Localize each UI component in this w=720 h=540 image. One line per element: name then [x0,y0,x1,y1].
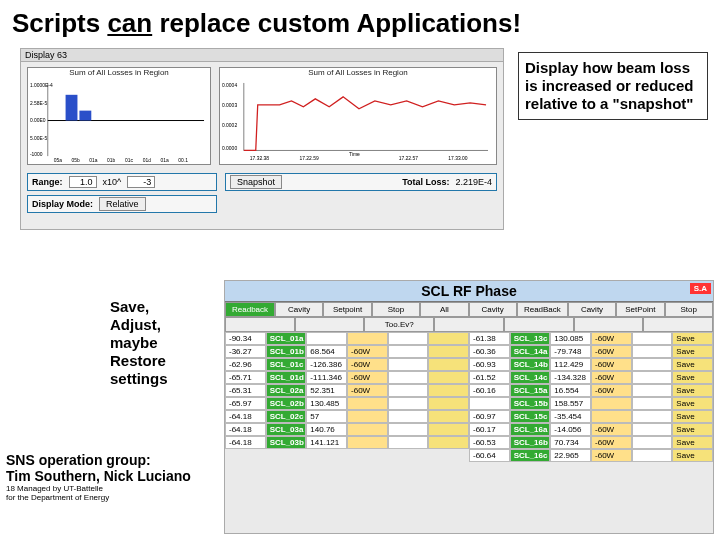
cell-save[interactable] [428,410,469,423]
cell-sub[interactable] [632,410,673,423]
svg-text:0.0002: 0.0002 [222,123,237,128]
table-row: SCL_15b158.557Save [469,397,713,410]
cell-sub[interactable] [388,436,429,449]
toolbar-field[interactable] [574,317,644,332]
cell-sub[interactable] [632,345,673,358]
scl-toolbar2: Too.Ev? [225,317,713,332]
cell-sub[interactable] [632,371,673,384]
cell-save[interactable]: Save [672,423,713,436]
table-row: -62.96SCL_01c-126.386-60W [225,358,469,371]
toolbar-btn[interactable]: Stop [372,302,420,317]
cell-relph: -60W [591,436,632,449]
cell-ph: 68.564 [306,345,347,358]
svg-text:0.00E0: 0.00E0 [30,118,46,123]
cell-relph [347,410,388,423]
toolbar-btn[interactable]: Cavity [568,302,616,317]
total-loss-label: Total Loss: [402,177,449,187]
title-pre: Scripts [12,8,107,38]
cell-rb: -60.64 [469,449,510,462]
range-exp[interactable]: -3 [127,176,155,188]
toolbar-field[interactable] [643,317,713,332]
snapshot-button[interactable]: Snapshot [230,175,282,189]
cell-save[interactable]: Save [672,436,713,449]
range-base[interactable]: 1.0 [69,176,97,188]
cell-cav: SCL_16c [510,449,551,462]
cell-save[interactable] [428,436,469,449]
cell-cav: SCL_02b [266,397,307,410]
cell-sub[interactable] [388,345,429,358]
cell-sub[interactable] [632,423,673,436]
cell-sub[interactable] [632,397,673,410]
cell-sub[interactable] [388,332,429,345]
cell-save[interactable]: Save [672,449,713,462]
cell-save[interactable] [428,423,469,436]
toolbar-btn[interactable]: Cavity [275,302,323,317]
sa-button[interactable]: S.A [690,283,711,294]
cell-cav: SCL_15c [510,410,551,423]
cell-sub[interactable] [388,397,429,410]
table-row: -36.27SCL_01b68.564-60W [225,345,469,358]
cell-cav: SCL_16b [510,436,551,449]
table-row: -65.71SCL_01d-111.346-60W [225,371,469,384]
cell-save[interactable] [428,384,469,397]
range-row: Range: 1.0 x10^ -3 [27,173,217,191]
cell-sub[interactable] [632,449,673,462]
table-row: -61.52SCL_14c-134.328-60WSave [469,371,713,384]
toolbar-btn[interactable]: Readback [225,302,275,317]
cell-save[interactable]: Save [672,397,713,410]
toolbar-field[interactable] [504,317,574,332]
cell-save[interactable] [428,358,469,371]
cell-relph: -60W [591,384,632,397]
table-row: -90.34SCL_01a [225,332,469,345]
cell-cav: SCL_01a [266,332,307,345]
svg-text:01b: 01b [107,158,115,163]
cell-save[interactable]: Save [672,345,713,358]
toolbar-field[interactable]: Too.Ev? [364,317,434,332]
cell-cav: SCL_14c [510,371,551,384]
toolbar-field[interactable] [295,317,365,332]
cell-save[interactable]: Save [672,332,713,345]
toolbar-btn[interactable]: Setpoint [323,302,371,317]
cell-sub[interactable] [388,384,429,397]
toolbar-btn[interactable]: Cavity [469,302,517,317]
cell-sub[interactable] [388,358,429,371]
cell-save[interactable] [428,345,469,358]
cell-save[interactable] [428,371,469,384]
svg-text:01a: 01a [161,158,169,163]
toolbar-field[interactable] [225,317,295,332]
svg-text:0.0000: 0.0000 [222,146,237,151]
cell-cav: SCL_01b [266,345,307,358]
cell-save[interactable] [428,397,469,410]
cell-rb: -61.52 [469,371,510,384]
toolbar-btn[interactable]: All [420,302,468,317]
mode-value[interactable]: Relative [99,197,146,211]
cell-save[interactable]: Save [672,371,713,384]
bar-chart-title: Sum of All Losses in Region [28,68,210,77]
cell-relph: -60W [591,345,632,358]
cell-relph: -60W [347,384,388,397]
range-mult: x10^ [103,177,122,187]
cell-rb: -65.71 [225,371,266,384]
cell-save[interactable] [428,332,469,345]
table-row: -64.18SCL_02c57 [225,410,469,423]
slide-title: Scripts can replace custom Applications! [0,0,720,43]
cell-rb: -65.97 [225,397,266,410]
cell-relph [347,423,388,436]
toolbar-btn[interactable]: SetPoint [616,302,664,317]
cell-sub[interactable] [632,384,673,397]
cell-ph: -126.386 [306,358,347,371]
toolbar-field[interactable] [434,317,504,332]
cell-sub[interactable] [632,436,673,449]
toolbar-btn[interactable]: Stop [665,302,713,317]
cell-sub[interactable] [388,410,429,423]
cell-sub[interactable] [632,358,673,371]
cell-sub[interactable] [632,332,673,345]
cell-save[interactable]: Save [672,384,713,397]
cell-save[interactable]: Save [672,410,713,423]
cell-relph [591,410,632,423]
toolbar-btn[interactable]: ReadBack [517,302,568,317]
cell-sub[interactable] [388,371,429,384]
total-loss-value: 2.219E-4 [455,177,492,187]
cell-save[interactable]: Save [672,358,713,371]
cell-sub[interactable] [388,423,429,436]
